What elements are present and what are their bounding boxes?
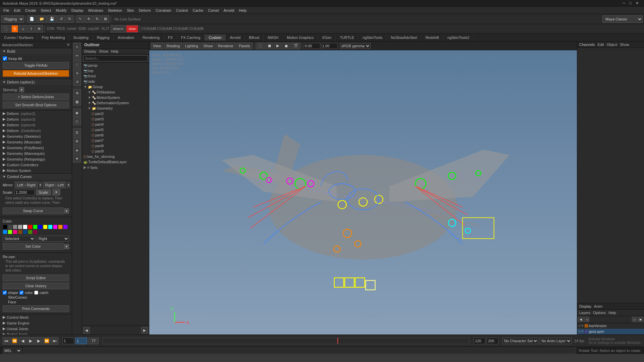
attribute-icon-btn[interactable]: ⚙ <box>73 137 81 145</box>
shape-checkbox[interactable] <box>3 291 7 295</box>
script-editor-btn[interactable]: Script Editor <box>3 275 69 281</box>
layer-prev2-btn[interactable]: ◁ <box>584 317 589 322</box>
mini-timeline[interactable] <box>103 338 470 344</box>
outliner-search-input[interactable] <box>83 55 148 61</box>
renderer-btn[interactable]: Renderer <box>216 43 236 49</box>
tab-fx[interactable]: FX <box>164 35 177 41</box>
snap-btn[interactable]: ⊕ <box>73 89 81 97</box>
tab-xgen[interactable]: XGen <box>318 35 336 41</box>
close-btn[interactable]: ✕ <box>634 1 640 5</box>
open-btn[interactable]: 📂 <box>37 15 47 23</box>
set-smooth-bind-btn[interactable]: Set Smooth Bind Options <box>3 102 69 108</box>
swap-curve-btn[interactable]: Swap Curve <box>3 207 63 214</box>
select-deform-joints-btn[interactable]: + Select DeformJoints <box>3 94 69 100</box>
right-left-btn[interactable]: Right←Left <box>43 182 66 188</box>
ik-tool-btn[interactable]: ⬡ <box>73 117 81 125</box>
play-btn[interactable]: ▶ <box>27 337 34 345</box>
up-btn[interactable]: ▲ <box>73 146 81 154</box>
tab-poly-modeling[interactable]: Poly Modeling <box>38 35 69 41</box>
menu-file[interactable]: File <box>1 8 11 13</box>
motion-system-item[interactable]: ▶ Motion System <box>0 168 72 173</box>
keep-all-checkbox[interactable] <box>3 56 7 61</box>
minimize-btn[interactable]: ─ <box>622 1 627 5</box>
tab-fx-caching[interactable]: FX Caching <box>177 35 205 41</box>
rotate-icon-btn[interactable]: ↺ <box>73 78 81 86</box>
select-mode-btn[interactable]: ↖ <box>73 43 81 51</box>
swatch-gray[interactable] <box>13 225 17 229</box>
outliner-show-menu[interactable]: Show <box>99 49 108 53</box>
menu-help[interactable]: Help <box>237 8 249 13</box>
menu-create[interactable]: Create <box>23 8 38 13</box>
menu-control[interactable]: Control <box>174 8 190 13</box>
outliner-node-sets[interactable]: ▶ ⊕ Sets <box>82 165 149 170</box>
tb-btn-1[interactable]: ⬛ <box>1 25 11 33</box>
partial-joints-item[interactable]: ▶ Partial Joints <box>0 331 72 335</box>
swatch-magenta[interactable] <box>53 225 58 229</box>
tab-bifrost[interactable]: Bifrost <box>245 35 264 41</box>
scale-tool-btn[interactable]: ⊠ <box>102 15 109 23</box>
range-start-input[interactable] <box>62 338 74 344</box>
control-mesh-item[interactable]: ▶ Control Mesh <box>0 314 72 320</box>
redo-btn[interactable]: ↻ <box>66 15 73 23</box>
layer-next2-btn[interactable]: ▷ <box>632 317 637 322</box>
command-input[interactable] <box>23 348 576 354</box>
display-tab[interactable]: Display <box>579 304 591 308</box>
geometry-polyboxes[interactable]: ▶ Geometry (PolyBoxes) <box>0 145 72 150</box>
custom-controllers-item[interactable]: ▶ Custom Controllers <box>0 162 72 168</box>
swatch-cyan[interactable] <box>48 225 53 229</box>
geo-layer[interactable]: V P geoLayer <box>577 329 644 335</box>
help-menu-right[interactable]: Help <box>608 311 616 315</box>
set-color-btn[interactable]: Set Color <box>3 243 63 250</box>
vp-icon-2[interactable]: ◼ <box>266 43 273 49</box>
scale-input[interactable] <box>14 190 35 195</box>
toggle-fit-adv-btn[interactable]: Toggle Fit/Adv <box>3 62 69 69</box>
geometry-muscular[interactable]: ▶ Geometry (Muscular) <box>0 139 72 145</box>
panels-btn[interactable]: Panels <box>236 43 253 49</box>
outliner-node-deformsystem[interactable]: ▼ 🦴 DeformationSystem <box>82 100 149 106</box>
menu-comet[interactable]: Comet <box>206 8 221 13</box>
range-end-input[interactable] <box>474 338 485 344</box>
channels-display-tab[interactable]: Channels <box>579 43 595 47</box>
outliner-node-part2[interactable]: ⬡ part2 <box>82 111 149 116</box>
vp-icon-4[interactable]: ⏹ <box>282 43 290 49</box>
left-right-btn[interactable]: Left→Right <box>15 182 38 188</box>
rebuild-advanced-skeleton-btn[interactable]: Rebuild AdvancedSkeleton <box>3 70 69 77</box>
outliner-node-part4[interactable]: ⬡ part4 <box>82 122 149 127</box>
build-section-title[interactable]: ▼ Build <box>0 48 72 54</box>
tab-ngskintools[interactable]: ngSkinTools <box>359 35 387 41</box>
outliner-icon-btn[interactable]: ☰ <box>73 128 81 136</box>
anim-tab[interactable]: Anim <box>594 304 602 308</box>
tab-turtle[interactable]: TURTLE <box>336 35 359 41</box>
new-scene-btn[interactable]: 📄 <box>27 15 37 23</box>
rotate-tool-btn[interactable]: ↻ <box>93 15 101 23</box>
left-panel-close-btn[interactable]: ✕ <box>67 43 70 47</box>
outliner-node-motionsystem[interactable]: ▼ 🦴 MotionSystem <box>82 95 149 100</box>
vp-near-clip[interactable] <box>304 43 320 49</box>
color-mode-select[interactable]: Selected <box>3 236 35 242</box>
lighting-btn[interactable]: Lighting <box>183 43 201 49</box>
lasso-select-btn[interactable]: ◌ <box>73 60 81 68</box>
swatch-brown[interactable] <box>18 230 22 234</box>
tb-btn-3[interactable]: ☺ <box>19 25 27 33</box>
go-to-end-btn[interactable]: ⏭ <box>51 337 58 345</box>
swatch-purple[interactable] <box>63 225 68 229</box>
menu-constrain[interactable]: Constrain <box>154 8 173 13</box>
swatch-lime[interactable] <box>8 230 12 234</box>
swatch-blue[interactable] <box>38 225 43 229</box>
unreal-joints-item[interactable]: ▶ Unreal Joints <box>0 326 72 331</box>
select-tool-btn[interactable]: ↖ <box>76 15 84 23</box>
swatch-black[interactable] <box>3 225 7 229</box>
geometry-retopology[interactable]: ▶ Geometry (Retopology) <box>0 156 72 162</box>
rigging-selector[interactable]: Rigging <box>1 15 24 23</box>
channels-show-tab[interactable]: Show <box>620 43 629 47</box>
tab-sculpting[interactable]: Sculpting <box>69 35 93 41</box>
vp-far-clip[interactable] <box>321 43 338 49</box>
outliner-right-btn[interactable]: ▶ <box>141 327 148 334</box>
workspace-selector[interactable]: Maya Classic <box>602 15 643 23</box>
clean-btn[interactable]: clean <box>126 25 138 33</box>
layer-prev-btn[interactable]: ◀ <box>578 317 583 322</box>
layers-menu[interactable]: Layers <box>579 311 590 315</box>
tb-btn-2[interactable]: 5 <box>11 25 18 33</box>
prev-frame-btn[interactable]: ◀ <box>19 337 26 345</box>
geometry-skeleton[interactable]: ▶ Geometry (Skeleton) <box>0 133 72 139</box>
